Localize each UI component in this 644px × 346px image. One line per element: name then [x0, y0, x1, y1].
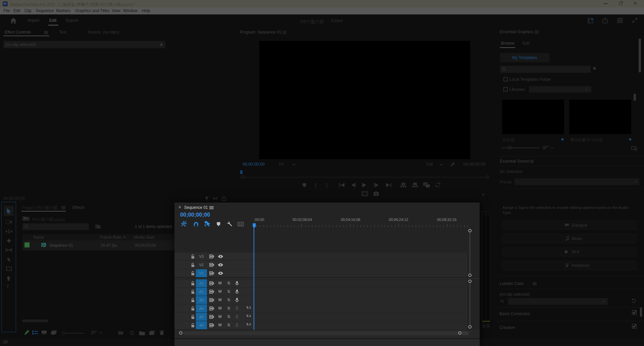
svg-text:CC: CC: [238, 223, 243, 226]
